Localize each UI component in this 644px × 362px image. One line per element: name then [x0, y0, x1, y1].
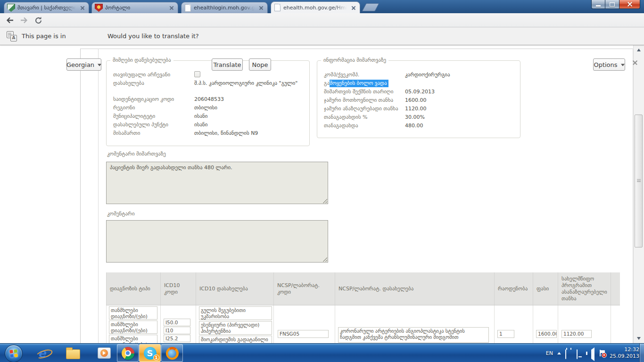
scroll-up-icon[interactable]	[635, 46, 643, 54]
tab-close-icon[interactable]	[168, 5, 175, 11]
tab-ehealthlogin[interactable]: ehealthlogin.moh.gov.ge/	[181, 2, 268, 13]
field-label: დასახელება	[113, 80, 194, 87]
maximize-button[interactable]	[605, 0, 619, 9]
comment-textarea[interactable]	[106, 220, 328, 263]
close-button[interactable]	[619, 0, 640, 9]
icd10-code-input[interactable]: I25.2	[164, 335, 190, 342]
show-desktop-button[interactable]	[639, 344, 644, 362]
field-label: დასახლებული პუნქტი	[113, 121, 194, 128]
firefox-icon	[166, 347, 179, 360]
translate-icon: A	[7, 31, 17, 41]
resize-grip-icon[interactable]	[322, 257, 327, 262]
skype-taskbar-button[interactable]: S 1	[139, 344, 161, 362]
diagnosis-type-input[interactable]: თანმხლები დიაგნოზი/(ები)	[109, 306, 157, 320]
selected-text: მოყენების ბოლო ვადა	[330, 80, 388, 87]
file-explorer-button[interactable]	[62, 344, 84, 362]
chrome-icon	[122, 347, 134, 360]
show-hidden-icons-icon[interactable]	[557, 350, 561, 354]
internet-explorer-button[interactable]: e	[31, 344, 53, 362]
language-indicator[interactable]: EN	[546, 350, 553, 356]
field-label: თანაგადახდის %	[324, 114, 405, 121]
language-dropdown[interactable]: Georgian	[66, 58, 101, 71]
browser-toolbar: ehealth.moh.gov.ge/Hmis/Referrals/Pages/…	[0, 13, 644, 27]
firefox-taskbar-button[interactable]	[161, 344, 183, 362]
column-header: რაოდენობა	[495, 272, 533, 305]
options-button[interactable]: Options	[593, 58, 625, 71]
quantity-input[interactable]: 1	[497, 330, 514, 338]
column-header: ICD10 დასახელება	[196, 272, 274, 305]
start-button[interactable]	[5, 345, 23, 362]
field-label: მიმართვის შექმნის თარიღი	[324, 88, 405, 95]
scrollbar[interactable]	[633, 45, 644, 343]
content-left-border	[98, 49, 99, 343]
scrollbar-thumb[interactable]	[635, 115, 643, 247]
browser-titlebar: მთავარი | საქართველოს პორტალი ehealthlog…	[0, 0, 644, 13]
tab-ehealth-active[interactable]: ehealth.moh.gov.ge/Hmis	[271, 1, 360, 13]
chevron-down-icon	[98, 64, 101, 68]
new-tab-button[interactable]	[362, 3, 379, 11]
tab-mtavari[interactable]: მთავარი | საქართველოს	[4, 2, 89, 13]
field-label: ჯამური ანაზღაურებადი თანხა	[324, 105, 405, 112]
chrome-taskbar-button[interactable]	[117, 344, 139, 362]
window-close-icon	[627, 1, 633, 7]
field-value: 1120.00	[405, 105, 517, 112]
resize-grip-icon[interactable]	[322, 198, 327, 203]
field-value: შ.პ.ს. კარდიოლოგიური კლინიკა "გული"	[194, 80, 305, 87]
tab-close-icon[interactable]	[350, 4, 357, 11]
field-label: რეგიონი	[113, 104, 194, 111]
icd10-name-input[interactable]: ესენციური (პირველადი) ჰიპერტენზია	[199, 321, 272, 335]
field-value: თბილისი	[194, 104, 306, 111]
field-label: ჯამური მოთხოვნილი თანხა	[324, 97, 405, 104]
field-value: ისანი	[194, 121, 306, 128]
scroll-down-icon[interactable]	[635, 335, 643, 342]
clock[interactable]: 12:32 25.09.2013	[610, 346, 639, 360]
system-tray: EN x 12:32 25.09.2013	[546, 344, 639, 362]
tab-close-icon[interactable]	[79, 5, 86, 11]
translate-button[interactable]: Translate	[212, 58, 243, 71]
icd10-name-input[interactable]: გულის შეგუბებითი უკმარისობა	[199, 306, 272, 320]
content-top-border	[80, 49, 633, 49]
forward-button[interactable]	[18, 15, 30, 26]
action-center-icon[interactable]: x	[599, 350, 605, 357]
fieldset-legend: მიმღები დაწესებულება	[110, 57, 173, 63]
ncsp-name-input[interactable]: კორონარული არტერიების ანგიოპლასტიკა სტენ…	[338, 327, 489, 343]
page-content: მიმღები დაწესებულება თავისუფალი არჩევანი…	[0, 45, 633, 343]
receiver-fieldset: მიმღები დაწესებულება თავისუფალი არჩევანი…	[106, 60, 310, 146]
power-icon[interactable]	[565, 350, 572, 357]
field-value	[405, 80, 517, 87]
tab-portali[interactable]: პორტალი	[91, 2, 178, 13]
nope-button[interactable]: Nope	[249, 58, 271, 71]
field-value: თბილისი, წინანდლის N9	[194, 130, 306, 137]
reload-button[interactable]	[32, 15, 44, 26]
field-value: 1600.00	[405, 97, 517, 104]
close-icon[interactable]	[632, 59, 638, 66]
field-value: 30.00%	[405, 114, 517, 121]
icd10-code-input[interactable]: I50.0	[164, 319, 190, 326]
state-amount-input[interactable]: 1120.00	[561, 330, 592, 338]
volume-icon[interactable]	[588, 350, 595, 357]
referral-comment-textarea[interactable]: პაციენტის მიერ გადასახდელი თანხა 480 ლარ…	[106, 162, 328, 204]
icd10-name-input[interactable]: მიოკარდიუმის გადატანილი	[199, 336, 272, 343]
network-icon[interactable]	[577, 350, 584, 357]
minimize-icon	[596, 5, 601, 7]
georgia-emblem-icon	[95, 4, 103, 12]
field-label: თანაგადახდა	[324, 122, 405, 129]
diagnosis-type-input[interactable]: თანმხლები დიაგნოზი/(ები)	[109, 335, 157, 343]
shield-icon	[7, 4, 15, 12]
price-input[interactable]: 1600.00	[536, 330, 557, 338]
referral-info-fieldset: ინფორმაცია მიმართვაზე კომპ/ქვეკომპ. კარდ…	[317, 60, 520, 138]
desktop: მთავარი | საქართველოს პორტალი ehealthlog…	[0, 0, 644, 362]
free-choice-checkbox[interactable]	[194, 71, 200, 77]
back-icon	[6, 16, 14, 24]
tab-close-icon[interactable]	[258, 5, 264, 11]
internet-explorer-icon: e	[38, 347, 46, 359]
ncsp-code-input[interactable]: FNSG05	[278, 330, 329, 338]
back-button[interactable]	[4, 15, 16, 26]
icd10-code-input[interactable]: I10	[164, 327, 190, 334]
diagnosis-type-input[interactable]: თანმხლები დიაგნოზი/(ები)	[109, 321, 157, 334]
media-player-button[interactable]	[93, 344, 115, 362]
chevron-down-icon	[621, 64, 625, 68]
field-label: კომპ/ქვეკომპ.	[324, 71, 405, 78]
column-header-filler	[611, 272, 620, 305]
minimize-button[interactable]	[591, 0, 605, 9]
